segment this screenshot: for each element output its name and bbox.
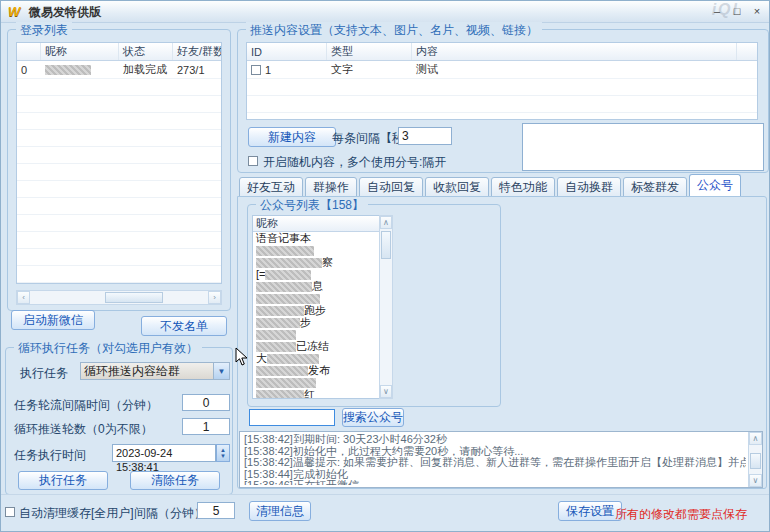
minimize-button[interactable]: – bbox=[709, 5, 725, 18]
list-item[interactable]: 红 bbox=[253, 388, 391, 399]
content-row-id-cell: 1 bbox=[247, 63, 327, 77]
auto-clean-checkbox[interactable] bbox=[5, 507, 15, 517]
list-item[interactable]: 已冻结 bbox=[253, 340, 391, 352]
tab-tag-broadcast[interactable]: 标签群发 bbox=[623, 177, 687, 197]
content-col-type: 类型 bbox=[327, 43, 412, 60]
content-col-id: ID bbox=[247, 43, 327, 60]
list-item[interactable]: [= bbox=[253, 268, 391, 280]
login-row-status: 加载完成 bbox=[119, 61, 173, 78]
censored-text bbox=[256, 318, 300, 328]
scroll-left-icon[interactable]: ‹ bbox=[17, 291, 30, 304]
tab-label: 公众号 bbox=[697, 177, 733, 194]
tab-label: 收款回复 bbox=[433, 179, 481, 196]
new-content-button[interactable]: 新建内容 bbox=[248, 127, 336, 147]
content-textarea[interactable] bbox=[522, 123, 764, 171]
chevron-down-icon[interactable]: ▼ bbox=[213, 363, 229, 379]
list-item[interactable]: 步 bbox=[253, 316, 391, 328]
task-rounds-input[interactable]: 1 bbox=[182, 418, 230, 435]
tab-label: 自动回复 bbox=[367, 179, 415, 196]
content-row-type: 文字 bbox=[327, 61, 412, 78]
scroll-right-icon[interactable]: › bbox=[208, 291, 221, 304]
task-select[interactable]: 循环推送内容给群 ▼ bbox=[80, 362, 230, 380]
content-col-extra bbox=[737, 43, 757, 60]
msg-interval-input[interactable]: 3 bbox=[398, 127, 452, 145]
spinner-down-icon[interactable]: ▼ bbox=[220, 453, 226, 459]
tab-auto-reply[interactable]: 自动回复 bbox=[359, 177, 423, 197]
list-item[interactable]: 息 bbox=[253, 280, 391, 292]
mouse-cursor bbox=[235, 347, 248, 369]
scroll-up-icon[interactable]: ∧ bbox=[380, 216, 392, 229]
login-row-index: 0 bbox=[17, 63, 41, 77]
tab-official-accounts[interactable]: 公众号 bbox=[689, 174, 741, 197]
content-row-checkbox[interactable] bbox=[251, 65, 261, 75]
scroll-up-icon[interactable]: ∧ bbox=[749, 432, 762, 445]
close-button[interactable]: × bbox=[749, 5, 765, 18]
tab-label: 特色功能 bbox=[499, 179, 547, 196]
item-text: 息 bbox=[312, 280, 323, 292]
list-item[interactable]: 察 bbox=[253, 256, 391, 268]
clean-info-button[interactable]: 清理信息 bbox=[249, 501, 311, 521]
item-text: [= bbox=[256, 268, 265, 280]
launch-new-wechat-button[interactable]: 启动新微信 bbox=[11, 310, 95, 330]
item-text: 红 bbox=[304, 388, 315, 399]
loop-task-group: 循环执行任务（对勾选用户有效） 执行任务 循环推送内容给群 ▼ 任务轮流间隔时间… bbox=[5, 347, 233, 495]
log-vscrollbar[interactable]: ∧ ∨ bbox=[748, 432, 762, 487]
list-item[interactable]: 跑步 bbox=[253, 304, 391, 316]
list-item[interactable] bbox=[253, 244, 391, 256]
tab-label: 好友互动 bbox=[247, 179, 295, 196]
no-send-list-button[interactable]: 不发名单 bbox=[141, 316, 227, 336]
task-interval-input[interactable]: 0 bbox=[182, 394, 230, 411]
list-item[interactable]: 发布 bbox=[253, 364, 391, 376]
save-settings-button[interactable]: 保存设置 bbox=[558, 501, 622, 521]
list-item[interactable]: 大 bbox=[253, 352, 391, 364]
time-spinner[interactable]: ▲▼ bbox=[216, 444, 230, 462]
random-content-checkbox[interactable] bbox=[248, 156, 258, 166]
censored-text bbox=[256, 330, 296, 340]
task-interval-label: 任务轮流间隔时间（分钟） bbox=[14, 397, 158, 414]
tab-special-features[interactable]: 特色功能 bbox=[491, 177, 555, 197]
push-content-title: 推送内容设置（支持文本、图片、名片、视频、链接） bbox=[246, 22, 542, 39]
tab-friend-interaction[interactable]: 好友互动 bbox=[239, 177, 303, 197]
task-time-input[interactable]: 2023-09-24 15:38:41 bbox=[112, 444, 216, 462]
search-official-button[interactable]: 搜索公众号 bbox=[342, 408, 404, 427]
item-text: 发布 bbox=[308, 364, 330, 376]
scroll-down-icon[interactable]: ∨ bbox=[380, 385, 392, 398]
tab-label: 群操作 bbox=[313, 179, 349, 196]
app-window: iQI W 微易发特供版 – □ × 登录列表 昵称 状态 好友/群数 0 加载… bbox=[0, 0, 770, 532]
login-table-hscrollbar[interactable]: ‹ › bbox=[16, 290, 222, 305]
content-table-row[interactable]: 1 文字 测试 bbox=[247, 61, 757, 79]
content-table-empty-rows bbox=[247, 79, 757, 119]
login-table-empty-rows bbox=[17, 79, 221, 283]
censored-text bbox=[256, 282, 312, 292]
content-row-content: 测试 bbox=[412, 61, 737, 78]
tab-group-ops[interactable]: 群操作 bbox=[305, 177, 357, 197]
log-output[interactable]: [15:38:42]到期时间: 30天23小时46分32秒 [15:38:42]… bbox=[239, 431, 763, 488]
list-item[interactable] bbox=[253, 292, 391, 304]
tab-label: 自动换群 bbox=[565, 179, 613, 196]
censored-text bbox=[256, 366, 308, 376]
login-list-title: 登录列表 bbox=[16, 22, 72, 39]
search-official-input[interactable] bbox=[249, 409, 335, 426]
list-item[interactable]: 语音记事本 bbox=[253, 232, 391, 244]
log-line: [15:38:42]到期时间: 30天23小时46分32秒 bbox=[242, 434, 746, 446]
login-table-row[interactable]: 0 加载完成 273/1 bbox=[17, 61, 221, 79]
list-item[interactable] bbox=[253, 328, 391, 340]
save-notice-text: 所有的修改都需要点保存 bbox=[615, 506, 747, 523]
login-row-count: 273/1 bbox=[173, 63, 221, 77]
tab-payment-reply[interactable]: 收款回复 bbox=[425, 177, 489, 197]
tab-auto-switch-group[interactable]: 自动换群 bbox=[557, 177, 621, 197]
task-rounds-label: 循环推送轮数（0为不限） bbox=[14, 421, 153, 438]
content-row-extra bbox=[737, 69, 757, 71]
tab-bar: 好友互动 群操作 自动回复 收款回复 特色功能 自动换群 标签群发 公众号 bbox=[239, 177, 741, 197]
clean-interval-input[interactable]: 5 bbox=[197, 502, 235, 519]
maximize-button[interactable]: □ bbox=[729, 5, 745, 18]
clear-task-button[interactable]: 清除任务 bbox=[130, 471, 220, 490]
login-list-group: 登录列表 昵称 状态 好友/群数 0 加载完成 273/1 ‹ › bbox=[7, 29, 231, 311]
censored-text bbox=[256, 258, 322, 268]
run-task-button[interactable]: 执行任务 bbox=[18, 471, 108, 490]
login-col-index bbox=[17, 43, 41, 60]
list-item[interactable] bbox=[253, 376, 391, 388]
official-list-vscrollbar[interactable]: ∧ ∨ bbox=[379, 215, 393, 399]
scroll-down-icon[interactable]: ∨ bbox=[749, 474, 762, 487]
official-list[interactable]: 昵称 语音记事本 察 [= 息 跑步 步 已冻结 大 发布 红 bbox=[252, 215, 392, 399]
